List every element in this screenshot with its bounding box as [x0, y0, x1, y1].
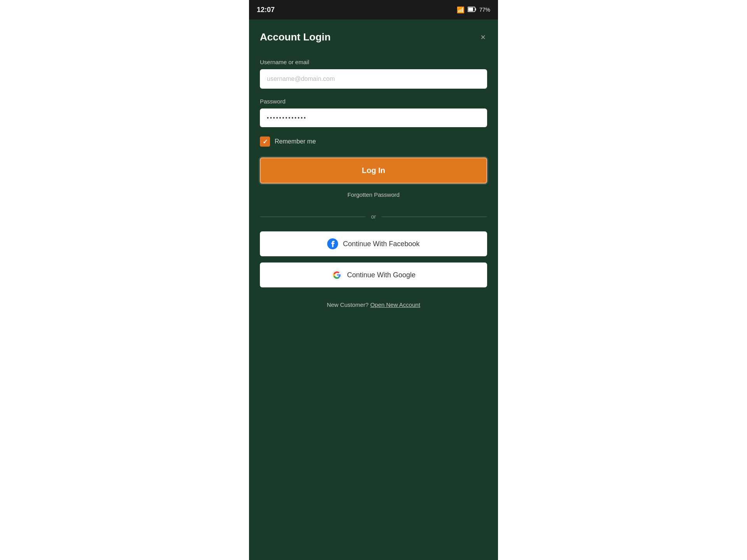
facebook-icon — [327, 238, 338, 249]
status-bar: 12:07 📶 77% — [249, 0, 498, 19]
forgot-password-link[interactable]: Forgotten Password — [260, 191, 487, 198]
status-icons: 📶 77% — [457, 6, 490, 14]
svg-rect-1 — [475, 8, 476, 10]
username-input[interactable] — [260, 69, 487, 89]
new-customer-text: New Customer? — [327, 301, 369, 308]
facebook-button-label: Continue With Facebook — [343, 240, 419, 248]
remember-me-row: ✓ Remember me — [260, 136, 487, 147]
phone-frame: 12:07 📶 77% Account Login × Username or … — [249, 0, 498, 560]
app-content: Account Login × Username or email Passwo… — [249, 19, 498, 560]
divider-text: or — [371, 214, 376, 220]
username-label: Username or email — [260, 59, 487, 65]
battery-level — [468, 7, 476, 13]
header-row: Account Login × — [260, 31, 487, 43]
divider-row: or — [260, 214, 487, 220]
password-input[interactable] — [260, 108, 487, 127]
divider-line-left — [260, 217, 366, 217]
checkbox-checkmark: ✓ — [263, 138, 268, 145]
status-time: 12:07 — [257, 6, 275, 14]
battery-percentage: 77% — [479, 7, 490, 13]
login-button[interactable]: Log In — [260, 158, 487, 184]
google-icon — [331, 270, 342, 280]
remember-me-label: Remember me — [275, 138, 316, 145]
close-button[interactable]: × — [479, 32, 487, 43]
open-account-link[interactable]: Open New Account — [370, 301, 420, 308]
password-label: Password — [260, 98, 487, 105]
page-title: Account Login — [260, 31, 331, 43]
divider-line-right — [381, 217, 487, 217]
svg-rect-2 — [468, 7, 473, 11]
facebook-button[interactable]: Continue With Facebook — [260, 231, 487, 256]
google-button[interactable]: Continue With Google — [260, 262, 487, 287]
new-customer-row: New Customer? Open New Account — [260, 301, 487, 308]
wifi-icon: 📶 — [457, 6, 465, 14]
google-button-label: Continue With Google — [347, 271, 416, 279]
remember-me-checkbox[interactable]: ✓ — [260, 136, 270, 147]
